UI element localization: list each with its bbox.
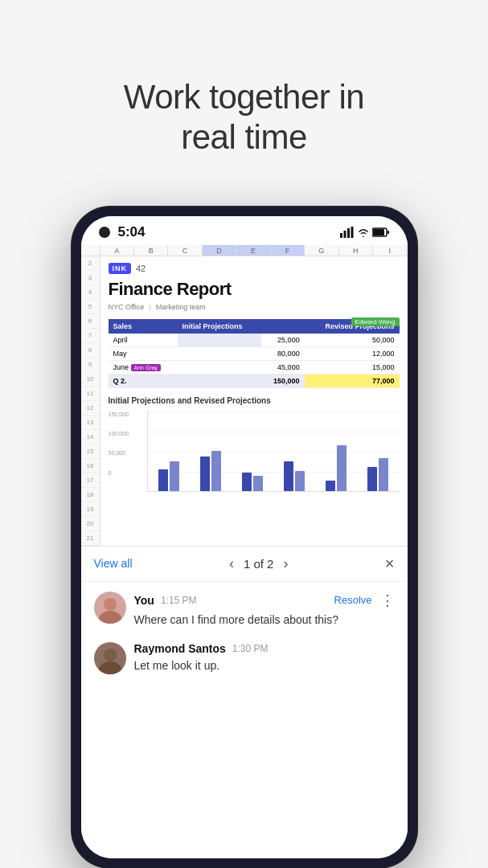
ann-gray-tag: Ann Gray xyxy=(131,364,162,371)
svg-rect-5 xyxy=(373,229,384,235)
row-june-initial-cell xyxy=(178,360,262,374)
phone-screen: 5:04 xyxy=(81,216,408,858)
chart-area: 150,000 100,000 50,000 0 xyxy=(109,411,400,492)
table-row: May 80,000 12,000 xyxy=(109,346,400,360)
row-q2-initial-cell xyxy=(178,374,262,387)
row-q2-revised: 77,000 xyxy=(305,374,400,387)
col-i: I xyxy=(373,245,407,256)
row-april-label: April xyxy=(109,334,178,347)
report-logo-badge: INK xyxy=(109,263,132,274)
message-content-2: Raymond Santos 1:30 PM Let me look it up… xyxy=(134,642,395,674)
table-row: April 25,000 50,000 xyxy=(109,334,400,347)
resolve-button[interactable]: Resolve xyxy=(334,594,372,606)
table-row: June Ann Gray 45,000 15,000 xyxy=(109,360,400,374)
chat-message-1: You 1:15 PM Resolve ⋮ Where can I find m… xyxy=(94,592,395,628)
message-author-2: Raymond Santos xyxy=(134,642,226,655)
svg-rect-0 xyxy=(340,233,342,238)
bar-group-5 xyxy=(315,445,357,491)
svg-point-7 xyxy=(104,598,117,611)
chart-title: Initial Projections and Revised Projecti… xyxy=(109,396,400,405)
y-label-150: 150,000 xyxy=(109,411,144,417)
bar-light-1 xyxy=(170,461,179,491)
col-f: F xyxy=(271,245,305,256)
bar-dark-1 xyxy=(158,469,168,491)
bar-group-3 xyxy=(232,473,273,491)
message-text-2: Let me look it up. xyxy=(134,658,395,674)
report-logo-row: INK 42 xyxy=(109,263,400,274)
next-arrow-button[interactable]: › xyxy=(283,555,288,572)
chat-panel: View all ‹ 1 of 2 › × xyxy=(81,547,408,858)
y-label-100: 100,000 xyxy=(109,431,144,436)
bar-dark-6 xyxy=(367,467,377,491)
headline: Work together in real time xyxy=(124,39,364,182)
headline-line1: Work together in xyxy=(124,78,364,116)
col-b: B xyxy=(134,245,168,256)
chat-messages: You 1:15 PM Resolve ⋮ Where can I find m… xyxy=(81,582,408,858)
row-april-initial-val: 25,000 xyxy=(261,334,305,347)
svg-point-10 xyxy=(99,661,121,674)
y-label-50: 50,000 xyxy=(109,450,144,456)
th-initial: Initial Projections xyxy=(178,319,262,334)
bar-light-2 xyxy=(211,451,221,491)
message-header-1: You 1:15 PM Resolve ⋮ xyxy=(134,592,395,609)
prev-arrow-button[interactable]: ‹ xyxy=(229,555,234,572)
col-a: A xyxy=(100,245,134,256)
wifi-icon xyxy=(357,227,370,237)
message-author-1: You xyxy=(134,594,154,607)
svg-rect-1 xyxy=(343,231,346,238)
message-header-2: Raymond Santos 1:30 PM xyxy=(134,642,395,655)
svg-point-8 xyxy=(99,611,121,624)
chat-navigation: View all ‹ 1 of 2 › × xyxy=(81,547,408,582)
more-button-1[interactable]: ⋮ xyxy=(380,592,395,609)
sheet-content: INK 42 Finance Report NYC Office | Marke… xyxy=(100,256,408,546)
bar-group-6 xyxy=(357,458,399,491)
view-all-button[interactable]: View all xyxy=(94,557,133,570)
bar-group-4 xyxy=(273,461,315,491)
y-label-0: 0 xyxy=(109,470,144,476)
status-icons xyxy=(340,227,390,238)
col-c: C xyxy=(168,245,202,256)
svg-rect-2 xyxy=(347,228,350,238)
report-title: Finance Report xyxy=(109,279,400,300)
subtitle-divider: | xyxy=(149,303,150,311)
sheet-body: 2 3 4 5 6 7 8 9 10 11 12 13 14 15 16 17 xyxy=(81,256,408,546)
report-office: NYC Office xyxy=(109,303,145,311)
row-june-revised: 15,000 xyxy=(305,360,400,374)
phone-shell: 5:04 xyxy=(72,207,417,868)
sheet-row-nums: 2 3 4 5 6 7 8 9 10 11 12 13 14 15 16 17 xyxy=(81,256,100,546)
chart-section: Initial Projections and Revised Projecti… xyxy=(109,396,400,492)
row-q2-label: Q 2. xyxy=(109,374,178,387)
chat-message-2: Raymond Santos 1:30 PM Let me look it up… xyxy=(94,642,395,674)
message-content-1: You 1:15 PM Resolve ⋮ Where can I find m… xyxy=(134,592,395,628)
row-may-initial-val: 80,000 xyxy=(261,346,305,360)
th-empty xyxy=(261,319,305,334)
bar-light-5 xyxy=(337,445,347,491)
bar-dark-5 xyxy=(326,481,335,491)
row-q2-initial-val: 150,000 xyxy=(261,374,305,387)
report-team: Marketing team xyxy=(156,303,206,311)
headline-line2: real time xyxy=(181,118,307,156)
col-e: E xyxy=(236,245,270,256)
close-button[interactable]: × xyxy=(385,555,395,573)
message-actions-1: Resolve ⋮ xyxy=(334,592,395,609)
bar-dark-4 xyxy=(284,461,293,491)
message-text-1: Where can I find more details about this… xyxy=(134,612,395,628)
bar-group-1 xyxy=(148,461,190,491)
edward-wang-tag: Edward Wang xyxy=(351,317,400,326)
nav-count: 1 of 2 xyxy=(244,557,274,571)
report-logo-number: 42 xyxy=(136,264,146,273)
th-sales: Sales xyxy=(109,319,178,334)
row-may-label: May xyxy=(109,346,178,360)
row-april-initial xyxy=(178,334,262,347)
message-time-1: 1:15 PM xyxy=(161,595,197,606)
status-time: 5:04 xyxy=(118,224,146,240)
svg-rect-6 xyxy=(388,231,389,234)
row-june-label: June Ann Gray xyxy=(109,360,178,374)
row-april-revised: 50,000 xyxy=(305,334,400,347)
battery-icon xyxy=(372,227,390,237)
bar-light-3 xyxy=(253,476,263,491)
bar-light-4 xyxy=(295,471,305,491)
row-may-revised: 12,000 xyxy=(305,346,400,360)
camera-dot xyxy=(99,227,110,238)
spreadsheet-area: A B C D E F G H I 2 3 4 5 6 7 8 xyxy=(81,245,408,547)
